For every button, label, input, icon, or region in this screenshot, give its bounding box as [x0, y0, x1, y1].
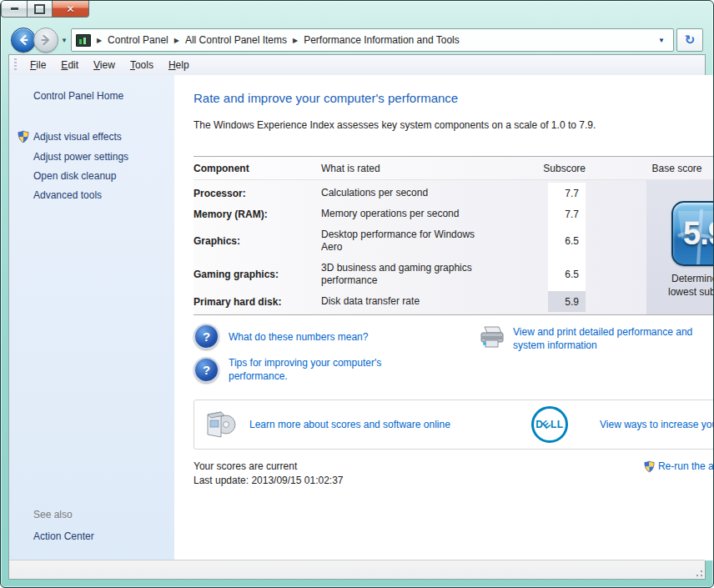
base-score-badge: 5.9 — [671, 201, 714, 266]
subscore-value: 7.7 — [548, 204, 586, 224]
learn-more-online-link[interactable]: Learn more about scores and software onl… — [249, 418, 496, 431]
sidebar-item-control-panel-home[interactable]: Control Panel Home — [33, 90, 174, 102]
component-label: Memory (RAM): — [194, 209, 321, 220]
component-label: Graphics: — [194, 235, 321, 247]
breadcrumb-item-control-panel[interactable]: Control Panel — [108, 34, 168, 46]
task-pane-sidebar: Control Panel Home Adjust visual effects — [9, 75, 174, 560]
breadcrumb-arrow-icon[interactable]: ▶ — [174, 37, 179, 44]
component-label: Gaming graphics: — [194, 269, 321, 280]
refresh-button[interactable]: ↻ — [676, 28, 703, 52]
recent-pages-caret-icon[interactable]: ▼ — [61, 37, 68, 44]
back-button[interactable] — [11, 28, 36, 53]
promo-box: Learn more about scores and software onl… — [194, 400, 714, 450]
view-print-detailed-link[interactable]: View and print detailed performance and … — [513, 325, 714, 352]
subscore-value: 6.5 — [548, 224, 586, 258]
base-score-caption: Determined by lowest subscore — [657, 272, 714, 299]
rated-label: Disk data transfer rate — [321, 295, 548, 308]
close-button[interactable]: ✕ — [52, 1, 89, 18]
dell-logo: DELL — [531, 406, 568, 443]
table-row-graphics: Graphics: Desktop performance for Window… — [194, 224, 646, 258]
sidebar-item-adjust-power-settings[interactable]: Adjust power settings — [33, 152, 174, 163]
table-row-processor: Processor: Calculations per second 7.7 — [194, 183, 646, 204]
breadcrumb-arrow-icon[interactable]: ▶ — [97, 37, 102, 44]
address-bar[interactable]: ▶ Control Panel ▶ All Control Panel Item… — [71, 28, 674, 52]
menu-bar: File Edit View Tools Help — [9, 55, 705, 76]
sidebar-item-action-center[interactable]: Action Center — [33, 530, 94, 542]
toolbar-grip — [14, 58, 17, 72]
tips-improving-link[interactable]: Tips for improving your computer's perfo… — [229, 356, 437, 383]
explorer-window: ✕ ▼ ▶ Control Panel ▶ All Control Panel … — [0, 0, 714, 588]
menu-view[interactable]: View — [86, 56, 123, 74]
column-header-base-score: Base score — [592, 163, 714, 174]
menu-tools[interactable]: Tools — [123, 56, 161, 74]
sidebar-item-label: Advanced tools — [33, 190, 102, 201]
sidebar-item-advanced-tools[interactable]: Advanced tools — [33, 190, 174, 201]
base-score-value: 5.9 — [683, 216, 714, 252]
breadcrumb-item-performance[interactable]: Performance Information and Tools — [304, 34, 460, 46]
sidebar-item-label: Open disk cleanup — [33, 171, 116, 182]
menu-help[interactable]: Help — [161, 56, 197, 74]
tips-link-row: ? Tips for improving your computer's per… — [194, 356, 477, 383]
back-arrow-icon — [17, 33, 30, 47]
assessment-status: Your scores are current Last update: 201… — [194, 460, 714, 488]
rerun-link-row[interactable]: Re-run the assessment — [643, 460, 714, 488]
component-label: Primary hard disk: — [194, 296, 321, 308]
help-links-section: ? What do these numbers mean? ? Tips for… — [194, 324, 714, 389]
forward-button[interactable] — [33, 28, 58, 53]
sidebar-item-label: Adjust visual effects — [33, 132, 122, 143]
column-header-subscore: Subscore — [510, 163, 592, 174]
client-area: File Edit View Tools Help Control Panel … — [8, 54, 706, 580]
question-circle-icon: ? — [194, 324, 219, 349]
what-numbers-link-row: ? What do these numbers mean? — [194, 324, 477, 349]
maximize-icon — [34, 4, 45, 14]
minimize-button[interactable] — [1, 1, 27, 18]
main-content: ? Rate and improve your computer's perfo… — [174, 75, 714, 560]
printer-icon — [477, 325, 505, 350]
address-dropdown-caret-icon[interactable]: ▼ — [653, 37, 670, 44]
rated-label: Calculations per second — [321, 187, 548, 199]
see-also-header: See also — [33, 509, 94, 520]
status-bar — [9, 560, 705, 579]
performance-monitor-icon — [76, 34, 91, 47]
maximize-button[interactable] — [27, 1, 52, 18]
forward-arrow-icon — [39, 33, 53, 47]
uac-shield-icon — [17, 130, 30, 143]
rated-label: Memory operations per second — [321, 208, 548, 220]
minimize-icon — [11, 8, 18, 10]
table-row-memory: Memory (RAM): Memory operations per seco… — [194, 204, 646, 224]
increase-score-link[interactable]: View ways to increase your score — [600, 418, 714, 431]
rated-label: 3D business and gaming graphics performa… — [321, 262, 548, 287]
page-title: Rate and improve your computer's perform… — [194, 90, 714, 107]
what-do-numbers-mean-link[interactable]: What do these numbers mean? — [229, 330, 368, 344]
table-header-row: Component What is rated Subscore Base sc… — [194, 156, 714, 180]
scores-current-text: Your scores are current — [194, 460, 344, 474]
table-row-gaming-graphics: Gaming graphics: 3D business and gaming … — [194, 258, 646, 291]
breadcrumb-item-all-items[interactable]: All Control Panel Items — [185, 34, 287, 46]
base-score-panel: 5.9 Determined by lowest subscore — [646, 180, 714, 314]
view-print-link-row: View and print detailed performance and … — [477, 324, 714, 389]
window-controls: ✕ — [1, 1, 89, 18]
sidebar-item-adjust-visual-effects[interactable]: Adjust visual effects — [17, 130, 174, 143]
resize-grip[interactable] — [693, 567, 703, 577]
subscore-value: 7.7 — [548, 183, 586, 204]
subscore-value: 6.5 — [548, 258, 586, 291]
wei-score-table: Component What is rated Subscore Base sc… — [194, 156, 714, 315]
sidebar-item-label: Adjust power settings — [33, 152, 128, 163]
uac-shield-icon — [643, 460, 656, 473]
component-label: Processor: — [194, 188, 321, 199]
menu-edit[interactable]: Edit — [53, 56, 86, 74]
subscore-value-lowest: 5.9 — [548, 291, 586, 312]
table-row-primary-hard-disk: Primary hard disk: Disk data transfer ra… — [194, 291, 646, 312]
page-subtitle: The Windows Experience Index assesses ke… — [194, 118, 714, 132]
sidebar-item-open-disk-cleanup[interactable]: Open disk cleanup — [33, 171, 174, 182]
software-box-icon — [204, 410, 236, 440]
column-header-what-is-rated: What is rated — [321, 163, 510, 174]
menu-file[interactable]: File — [23, 56, 53, 74]
breadcrumb-arrow-icon[interactable]: ▶ — [293, 37, 298, 44]
navigation-bar: ▼ ▶ Control Panel ▶ All Control Panel It… — [11, 28, 703, 52]
question-circle-icon: ? — [194, 357, 219, 383]
refresh-icon: ↻ — [685, 33, 696, 48]
column-header-component: Component — [194, 163, 321, 174]
rated-label: Desktop performance for Windows Aero — [321, 229, 548, 254]
rerun-assessment-link[interactable]: Re-run the assessment — [658, 460, 714, 473]
